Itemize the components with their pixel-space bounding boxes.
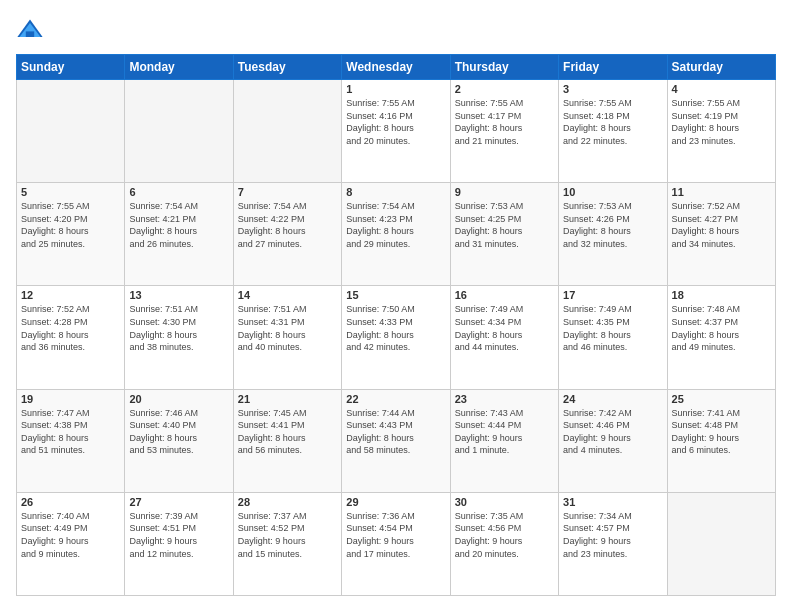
day-info: Sunrise: 7:42 AM Sunset: 4:46 PM Dayligh… [563,407,662,457]
day-info: Sunrise: 7:54 AM Sunset: 4:21 PM Dayligh… [129,200,228,250]
calendar-week-row: 5Sunrise: 7:55 AM Sunset: 4:20 PM Daylig… [17,183,776,286]
day-number: 15 [346,289,445,301]
day-number: 4 [672,83,771,95]
calendar-cell: 26Sunrise: 7:40 AM Sunset: 4:49 PM Dayli… [17,492,125,595]
day-number: 1 [346,83,445,95]
calendar-day-header: Thursday [450,55,558,80]
page: SundayMondayTuesdayWednesdayThursdayFrid… [0,0,792,612]
calendar-cell: 18Sunrise: 7:48 AM Sunset: 4:37 PM Dayli… [667,286,775,389]
calendar-cell: 16Sunrise: 7:49 AM Sunset: 4:34 PM Dayli… [450,286,558,389]
calendar-day-header: Sunday [17,55,125,80]
calendar-cell: 30Sunrise: 7:35 AM Sunset: 4:56 PM Dayli… [450,492,558,595]
calendar-cell: 12Sunrise: 7:52 AM Sunset: 4:28 PM Dayli… [17,286,125,389]
calendar-cell: 29Sunrise: 7:36 AM Sunset: 4:54 PM Dayli… [342,492,450,595]
calendar-week-row: 1Sunrise: 7:55 AM Sunset: 4:16 PM Daylig… [17,80,776,183]
calendar-cell: 27Sunrise: 7:39 AM Sunset: 4:51 PM Dayli… [125,492,233,595]
calendar-cell [125,80,233,183]
calendar-day-header: Monday [125,55,233,80]
calendar-cell: 9Sunrise: 7:53 AM Sunset: 4:25 PM Daylig… [450,183,558,286]
day-info: Sunrise: 7:55 AM Sunset: 4:18 PM Dayligh… [563,97,662,147]
logo [16,16,46,44]
day-info: Sunrise: 7:52 AM Sunset: 4:27 PM Dayligh… [672,200,771,250]
calendar-cell: 14Sunrise: 7:51 AM Sunset: 4:31 PM Dayli… [233,286,341,389]
day-info: Sunrise: 7:43 AM Sunset: 4:44 PM Dayligh… [455,407,554,457]
day-number: 8 [346,186,445,198]
day-number: 30 [455,496,554,508]
day-number: 31 [563,496,662,508]
day-info: Sunrise: 7:51 AM Sunset: 4:30 PM Dayligh… [129,303,228,353]
calendar-cell: 2Sunrise: 7:55 AM Sunset: 4:17 PM Daylig… [450,80,558,183]
calendar-cell [233,80,341,183]
day-number: 17 [563,289,662,301]
calendar-cell: 13Sunrise: 7:51 AM Sunset: 4:30 PM Dayli… [125,286,233,389]
day-info: Sunrise: 7:48 AM Sunset: 4:37 PM Dayligh… [672,303,771,353]
day-info: Sunrise: 7:39 AM Sunset: 4:51 PM Dayligh… [129,510,228,560]
day-number: 24 [563,393,662,405]
calendar-cell: 10Sunrise: 7:53 AM Sunset: 4:26 PM Dayli… [559,183,667,286]
calendar-cell: 5Sunrise: 7:55 AM Sunset: 4:20 PM Daylig… [17,183,125,286]
day-number: 18 [672,289,771,301]
calendar-cell: 25Sunrise: 7:41 AM Sunset: 4:48 PM Dayli… [667,389,775,492]
day-number: 23 [455,393,554,405]
day-info: Sunrise: 7:51 AM Sunset: 4:31 PM Dayligh… [238,303,337,353]
calendar-cell: 6Sunrise: 7:54 AM Sunset: 4:21 PM Daylig… [125,183,233,286]
day-info: Sunrise: 7:50 AM Sunset: 4:33 PM Dayligh… [346,303,445,353]
day-number: 11 [672,186,771,198]
calendar-day-header: Tuesday [233,55,341,80]
calendar-cell: 7Sunrise: 7:54 AM Sunset: 4:22 PM Daylig… [233,183,341,286]
day-number: 29 [346,496,445,508]
day-number: 5 [21,186,120,198]
day-info: Sunrise: 7:53 AM Sunset: 4:25 PM Dayligh… [455,200,554,250]
calendar-cell: 17Sunrise: 7:49 AM Sunset: 4:35 PM Dayli… [559,286,667,389]
day-number: 22 [346,393,445,405]
day-info: Sunrise: 7:47 AM Sunset: 4:38 PM Dayligh… [21,407,120,457]
day-info: Sunrise: 7:41 AM Sunset: 4:48 PM Dayligh… [672,407,771,457]
day-number: 13 [129,289,228,301]
day-number: 6 [129,186,228,198]
day-info: Sunrise: 7:54 AM Sunset: 4:22 PM Dayligh… [238,200,337,250]
day-number: 9 [455,186,554,198]
calendar-cell: 15Sunrise: 7:50 AM Sunset: 4:33 PM Dayli… [342,286,450,389]
calendar-cell: 8Sunrise: 7:54 AM Sunset: 4:23 PM Daylig… [342,183,450,286]
calendar: SundayMondayTuesdayWednesdayThursdayFrid… [16,54,776,596]
day-number: 16 [455,289,554,301]
calendar-week-row: 26Sunrise: 7:40 AM Sunset: 4:49 PM Dayli… [17,492,776,595]
day-number: 27 [129,496,228,508]
day-info: Sunrise: 7:55 AM Sunset: 4:19 PM Dayligh… [672,97,771,147]
calendar-day-header: Friday [559,55,667,80]
day-info: Sunrise: 7:49 AM Sunset: 4:34 PM Dayligh… [455,303,554,353]
calendar-cell: 28Sunrise: 7:37 AM Sunset: 4:52 PM Dayli… [233,492,341,595]
day-number: 25 [672,393,771,405]
day-info: Sunrise: 7:52 AM Sunset: 4:28 PM Dayligh… [21,303,120,353]
day-info: Sunrise: 7:37 AM Sunset: 4:52 PM Dayligh… [238,510,337,560]
calendar-cell [17,80,125,183]
day-info: Sunrise: 7:49 AM Sunset: 4:35 PM Dayligh… [563,303,662,353]
svg-rect-2 [26,31,34,37]
calendar-week-row: 19Sunrise: 7:47 AM Sunset: 4:38 PM Dayli… [17,389,776,492]
calendar-week-row: 12Sunrise: 7:52 AM Sunset: 4:28 PM Dayli… [17,286,776,389]
calendar-cell: 3Sunrise: 7:55 AM Sunset: 4:18 PM Daylig… [559,80,667,183]
calendar-cell: 23Sunrise: 7:43 AM Sunset: 4:44 PM Dayli… [450,389,558,492]
calendar-day-header: Wednesday [342,55,450,80]
calendar-cell: 22Sunrise: 7:44 AM Sunset: 4:43 PM Dayli… [342,389,450,492]
day-info: Sunrise: 7:54 AM Sunset: 4:23 PM Dayligh… [346,200,445,250]
day-number: 7 [238,186,337,198]
calendar-day-header: Saturday [667,55,775,80]
day-info: Sunrise: 7:45 AM Sunset: 4:41 PM Dayligh… [238,407,337,457]
day-number: 26 [21,496,120,508]
day-number: 14 [238,289,337,301]
header [16,16,776,44]
calendar-cell: 11Sunrise: 7:52 AM Sunset: 4:27 PM Dayli… [667,183,775,286]
day-info: Sunrise: 7:55 AM Sunset: 4:16 PM Dayligh… [346,97,445,147]
calendar-header-row: SundayMondayTuesdayWednesdayThursdayFrid… [17,55,776,80]
day-number: 12 [21,289,120,301]
day-number: 28 [238,496,337,508]
day-number: 19 [21,393,120,405]
day-number: 21 [238,393,337,405]
day-number: 3 [563,83,662,95]
calendar-cell: 19Sunrise: 7:47 AM Sunset: 4:38 PM Dayli… [17,389,125,492]
day-info: Sunrise: 7:55 AM Sunset: 4:17 PM Dayligh… [455,97,554,147]
calendar-cell: 1Sunrise: 7:55 AM Sunset: 4:16 PM Daylig… [342,80,450,183]
calendar-cell [667,492,775,595]
day-info: Sunrise: 7:55 AM Sunset: 4:20 PM Dayligh… [21,200,120,250]
